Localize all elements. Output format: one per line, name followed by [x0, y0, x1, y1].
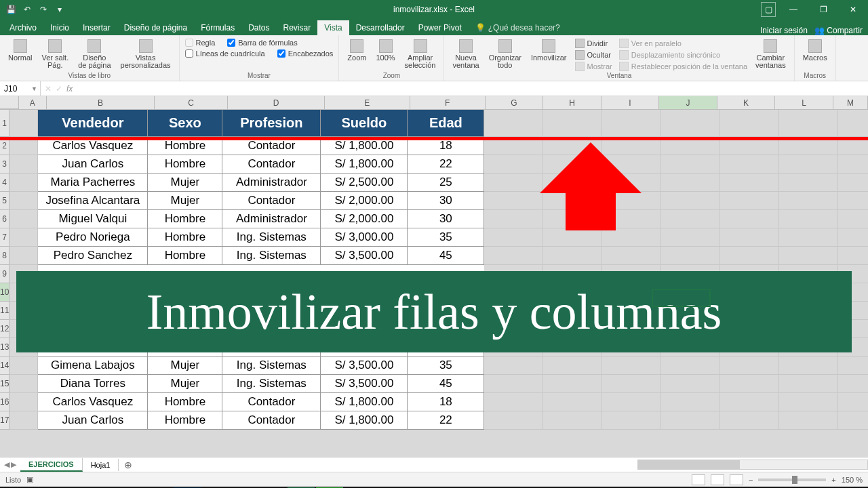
cell[interactable]	[779, 411, 838, 430]
cell[interactable]: Pedro Sanchez	[38, 247, 148, 265]
cell[interactable]: S/ 1,800.00	[321, 155, 408, 174]
signin-link[interactable]: Iniciar sesión	[760, 26, 808, 35]
pagelayout-view-button[interactable]: Diseño de página	[75, 38, 113, 70]
fx-icon[interactable]: fx	[66, 84, 73, 94]
cell[interactable]: Pedro Noriega	[38, 228, 148, 247]
cell[interactable]	[661, 192, 720, 210]
cell[interactable]	[484, 247, 543, 265]
cell[interactable]	[484, 411, 543, 430]
add-sheet-button[interactable]: ⊕	[119, 460, 138, 470]
cell[interactable]	[720, 411, 779, 430]
cell[interactable]: Mujer	[148, 174, 222, 192]
cell[interactable]	[779, 192, 838, 210]
column-header[interactable]: E	[325, 96, 410, 109]
record-macro-icon[interactable]: ▣	[26, 475, 33, 484]
tab-insertar[interactable]: Insertar	[76, 20, 117, 35]
freeze-panes-button[interactable]: Inmovilizar	[528, 38, 570, 63]
cell[interactable]	[602, 375, 661, 393]
cell[interactable]: Administrador	[222, 210, 321, 228]
cell[interactable]	[779, 375, 838, 393]
cell[interactable]	[779, 210, 838, 228]
cell[interactable]	[484, 192, 543, 210]
close-button[interactable]: ✕	[838, 0, 868, 19]
cell[interactable]: Hombre	[148, 393, 222, 411]
arrange-all-button[interactable]: Organizar todo	[486, 38, 524, 70]
cell[interactable]	[661, 110, 720, 137]
macros-button[interactable]: Macros	[800, 38, 830, 63]
row-header[interactable]: 14	[0, 357, 9, 375]
cell[interactable]: S/ 3,500.00	[321, 375, 408, 393]
cell[interactable]: Josefina Alcantara	[38, 192, 148, 210]
cell[interactable]: Maria Pacherres	[38, 174, 148, 192]
cell[interactable]	[9, 375, 38, 393]
zoom-slider[interactable]	[758, 479, 826, 481]
save-icon[interactable]: 💾	[4, 3, 18, 16]
cell[interactable]	[9, 411, 38, 430]
cell[interactable]	[661, 174, 720, 192]
cell[interactable]	[720, 110, 779, 137]
row-header[interactable]: 11	[0, 302, 9, 320]
cell[interactable]	[838, 357, 868, 375]
tab-powerpivot[interactable]: Power Pivot	[412, 20, 469, 35]
cell[interactable]	[720, 174, 779, 192]
cell[interactable]: S/ 2,000.00	[321, 210, 408, 228]
cell[interactable]	[9, 357, 38, 375]
cell[interactable]: Contador	[222, 393, 321, 411]
sheet-tab-hoja1[interactable]: Hoja1	[83, 459, 119, 471]
cell[interactable]: Mujer	[148, 357, 222, 375]
pagebreak-view-button[interactable]: Ver salt. Pág.	[39, 38, 71, 70]
header-cell[interactable]: Sexo	[148, 110, 222, 137]
tab-desarrollador[interactable]: Desarrollador	[349, 20, 412, 35]
header-cell[interactable]: Vendedor	[38, 110, 148, 137]
cell[interactable]	[484, 210, 543, 228]
row-header[interactable]: 5	[0, 192, 9, 210]
tab-datos[interactable]: Datos	[241, 20, 276, 35]
formula-bar-checkbox[interactable]: Barra de fórmulas	[227, 38, 297, 47]
share-button[interactable]: 👥 Compartir	[814, 26, 863, 35]
redo-icon[interactable]: ↷	[37, 3, 50, 16]
cancel-formula-icon[interactable]: ✕	[45, 84, 52, 94]
name-box[interactable]: J10▼	[0, 81, 41, 96]
zoom-out-button[interactable]: −	[749, 476, 753, 484]
cell[interactable]	[484, 110, 543, 137]
row-header[interactable]: 1	[0, 110, 9, 137]
cell[interactable]	[484, 228, 543, 247]
cell[interactable]: S/ 3,500.00	[321, 247, 408, 265]
cell[interactable]	[484, 393, 543, 411]
cell[interactable]	[543, 393, 602, 411]
row-header[interactable]: 7	[0, 228, 9, 247]
enter-formula-icon[interactable]: ✓	[56, 84, 62, 94]
cell[interactable]	[779, 155, 838, 174]
cell[interactable]	[779, 247, 838, 265]
cell[interactable]	[838, 192, 868, 210]
cell[interactable]	[838, 247, 868, 265]
row-header[interactable]: 3	[0, 155, 9, 174]
row-header[interactable]: 17	[0, 411, 9, 430]
cell[interactable]: 35	[408, 228, 484, 247]
cell[interactable]	[720, 192, 779, 210]
column-header[interactable]: J	[659, 96, 717, 109]
cell[interactable]: 22	[408, 155, 484, 174]
cell[interactable]: Ing. Sistemas	[222, 375, 321, 393]
column-header[interactable]: C	[155, 96, 228, 109]
row-header[interactable]: 10	[0, 283, 9, 302]
cell[interactable]: 18	[408, 393, 484, 411]
cell[interactable]	[661, 393, 720, 411]
spreadsheet-grid[interactable]: ABCDEFGHIJKLM 1234567891011121314151617 …	[0, 96, 868, 457]
zoom-button[interactable]: Zoom	[344, 38, 369, 63]
cell[interactable]: Miguel Valqui	[38, 210, 148, 228]
horizontal-scrollbar[interactable]	[637, 460, 868, 470]
cell[interactable]: 22	[408, 411, 484, 430]
cell[interactable]: 30	[408, 192, 484, 210]
cell[interactable]: Contador	[222, 155, 321, 174]
cell[interactable]	[661, 247, 720, 265]
cell[interactable]	[9, 247, 38, 265]
cell[interactable]: S/ 2,000.00	[321, 192, 408, 210]
cell[interactable]	[838, 174, 868, 192]
restore-button[interactable]: ❐	[808, 0, 838, 19]
cell[interactable]: Hombre	[148, 228, 222, 247]
cell[interactable]: Hombre	[148, 210, 222, 228]
cell[interactable]	[9, 393, 38, 411]
cell[interactable]	[602, 393, 661, 411]
column-header[interactable]: H	[543, 96, 601, 109]
